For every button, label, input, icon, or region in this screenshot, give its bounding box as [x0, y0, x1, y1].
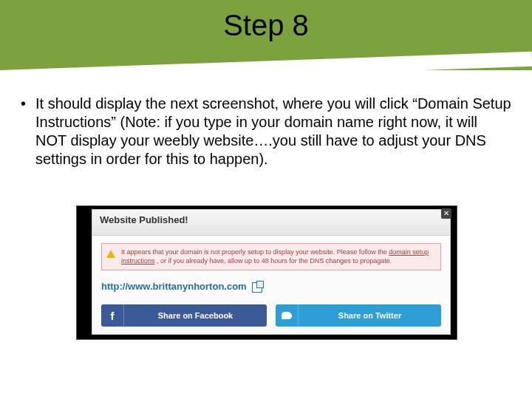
alert-text-post: , or if you already have, allow up to 48…	[157, 257, 392, 265]
warning-icon	[106, 250, 115, 258]
share-twitter-button[interactable]: Share on Twitter	[276, 304, 441, 327]
external-link-icon[interactable]	[252, 282, 262, 293]
published-url-row: http://www.brittanynhorton.com	[101, 281, 441, 293]
bullet-text: It should display the next screenshot, w…	[35, 95, 511, 168]
twitter-icon	[276, 304, 299, 327]
dialog: ✕ Website Published! It appears that you…	[92, 209, 451, 335]
dialog-title: Website Published!	[92, 210, 450, 236]
alert-text-pre: It appears that your domain is not prope…	[121, 248, 389, 256]
published-url-link[interactable]: http://www.brittanynhorton.com	[101, 281, 247, 292]
share-twitter-label: Share on Twitter	[299, 311, 441, 320]
warning-alert: It appears that your domain is not prope…	[101, 243, 441, 270]
share-button-row: f Share on Facebook Share on Twitter	[101, 304, 441, 327]
page-title: Step 8	[0, 9, 532, 42]
bullet-dot: •	[21, 95, 35, 168]
body-paragraph: • It should display the next screenshot,…	[21, 95, 511, 168]
share-facebook-label: Share on Facebook	[124, 311, 267, 320]
facebook-icon: f	[101, 304, 124, 327]
close-icon[interactable]: ✕	[441, 208, 451, 219]
share-facebook-button[interactable]: f Share on Facebook	[101, 304, 267, 327]
embedded-screenshot: ✕ Website Published! It appears that you…	[76, 205, 457, 340]
